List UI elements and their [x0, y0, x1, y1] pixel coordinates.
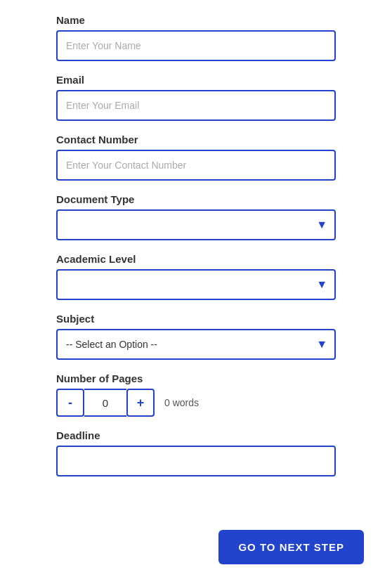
document-label: Document Type: [56, 193, 336, 205]
email-input[interactable]: [56, 90, 336, 121]
pages-words-label: 0 words: [164, 397, 199, 408]
pages-increment-button[interactable]: +: [126, 389, 155, 417]
form-container: Name Email Contact Number Document Type …: [0, 0, 392, 584]
subject-select-wrapper: -- Select an Option -- ▼: [56, 329, 336, 360]
deadline-field-group: Deadline: [56, 429, 336, 476]
pages-decrement-button[interactable]: -: [56, 389, 84, 417]
academic-select-wrapper: ▼: [56, 269, 336, 300]
pages-label: Number of Pages: [56, 372, 336, 384]
pages-row: - + 0 words: [56, 389, 336, 417]
academic-label: Academic Level: [56, 253, 336, 265]
next-step-button[interactable]: GO TO NEXT STEP: [218, 530, 364, 564]
email-label: Email: [56, 74, 336, 86]
contact-field-group: Contact Number: [56, 134, 336, 181]
name-field-group: Name: [56, 14, 336, 61]
academic-field-group: Academic Level ▼: [56, 253, 336, 300]
document-select[interactable]: [56, 209, 336, 240]
subject-label: Subject: [56, 313, 336, 325]
contact-input[interactable]: [56, 150, 336, 181]
subject-field-group: Subject -- Select an Option -- ▼: [56, 313, 336, 360]
email-field-group: Email: [56, 74, 336, 121]
name-label: Name: [56, 14, 336, 26]
contact-label: Contact Number: [56, 134, 336, 145]
deadline-input[interactable]: [56, 446, 336, 476]
deadline-label: Deadline: [56, 429, 336, 441]
subject-select[interactable]: -- Select an Option --: [56, 329, 336, 360]
document-field-group: Document Type ▼: [56, 193, 336, 240]
document-select-wrapper: ▼: [56, 209, 336, 240]
pages-value-input[interactable]: [84, 389, 126, 417]
pages-field-group: Number of Pages - + 0 words: [56, 372, 336, 417]
name-input[interactable]: [56, 30, 336, 61]
academic-select[interactable]: [56, 269, 336, 300]
